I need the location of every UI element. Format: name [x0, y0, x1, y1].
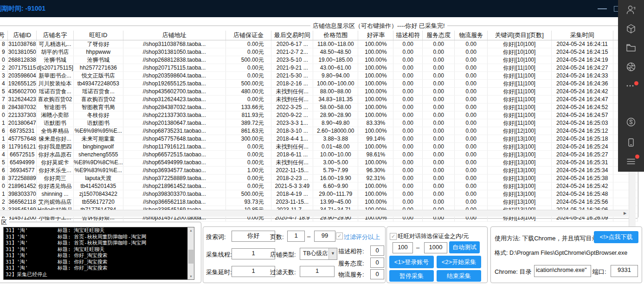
- table-row[interactable]: 2207175115d[s207175115]hh2577271636//sho…: [0, 64, 638, 72]
- table-horizontal-scrollbar[interactable]: ▶: [0, 210, 628, 217]
- user-icon[interactable]: [625, 4, 637, 15]
- wangwang-filter-checkbox[interactable]: ✓: [390, 233, 397, 240]
- wangwang-filter-label[interactable]: 旺旺对话筛选保证金之内/元: [398, 232, 469, 240]
- auto-test-button[interactable]: 自动测试: [449, 241, 480, 253]
- column-header[interactable]: 服务态度: [423, 31, 455, 40]
- table-cell: 7: [0, 96, 8, 103]
- table-cell: 88.00~88.00: [313, 88, 358, 96]
- table-cell: 398303370: [8, 190, 37, 198]
- table-row[interactable]: 8311038768可儿精选礼...了呀你好//shop311038768.ta…: [0, 40, 638, 48]
- table-cell: 全饰界精品: [37, 127, 74, 135]
- page-to-input[interactable]: 99: [314, 231, 335, 242]
- column-header[interactable]: 店铺地址: [123, 31, 225, 40]
- table-cell: 你好|[13|100]: [487, 198, 551, 206]
- shop-type-select[interactable]: TB心级店 ▼: [300, 248, 337, 260]
- filter-score-label[interactable]: 过滤评分以上: [344, 233, 380, 241]
- table-row[interactable]: 1457757648缘来是你好...未来可期童童//shop457757648.…: [0, 135, 638, 143]
- table-cell: 0.00: [455, 48, 487, 56]
- table-row[interactable]: 7312624423喜欢购百货02喜欢购百货02//shop312624423.…: [0, 96, 638, 103]
- aperture-icon[interactable]: [625, 61, 637, 72]
- column-header[interactable]: 店铺ID: [8, 31, 37, 40]
- column-header[interactable]: 关键词[类目][页数]: [487, 31, 551, 40]
- table-row[interactable]: 4192655125川川胶装绘本tb493472248053//shop1926…: [0, 80, 638, 88]
- table-cell: 2024-05-24 16:25:18: [551, 135, 613, 143]
- deposit-min-input[interactable]: 100: [393, 242, 413, 253]
- log-console[interactable]: 31】'淘'标题: 淘宝旺旺聊天31】'淘'标题: 首页-秋秋周董防弹咖啡-淘宝…: [3, 227, 194, 280]
- login-account-button[interactable]: <1>登录账号: [389, 256, 434, 268]
- filter-score-checkbox[interactable]: ✓: [336, 232, 343, 239]
- table-row[interactable]: 8117916121你好我是肥四bingbingwolf//shop117916…: [0, 143, 638, 151]
- column-header[interactable]: 物流服务: [455, 31, 487, 40]
- port-input[interactable]: 9331: [611, 265, 638, 277]
- scroll-down-icon[interactable]: ▼: [188, 273, 194, 279]
- table-row[interactable]: 1398303370shinning ...zj15070843422//sho…: [0, 190, 638, 198]
- thread-input[interactable]: 1: [232, 248, 275, 259]
- minimize-button[interactable]: [598, 8, 607, 9]
- scroll-right-icon[interactable]: ▶: [622, 210, 628, 217]
- table-cell: 0.00: [393, 167, 423, 174]
- table-row[interactable]: 3203598604新華图书企...悦文正版书店//shop203598604.…: [0, 72, 638, 80]
- thread-label: 采集线程:: [206, 251, 232, 259]
- table-cell: 未找到任何...: [271, 143, 313, 151]
- folder-icon[interactable]: [625, 42, 637, 53]
- page-from-input[interactable]: 1: [287, 231, 305, 242]
- desc-score-input[interactable]: 0: [370, 245, 384, 256]
- table-cell: 2018-4-4 1...: [271, 135, 313, 143]
- table-cell: 2.60~18000.00: [313, 127, 358, 135]
- table-cell: 0.00: [423, 167, 455, 174]
- column-header[interactable]: 旺旺ID: [73, 31, 123, 40]
- table-cell: 0.01~48.00: [313, 143, 358, 151]
- table-cell: 100.00%: [358, 64, 393, 72]
- table-row[interactable]: 9301381050胡平的书店hhppwww//shop301381050.ta…: [0, 48, 638, 56]
- table-cell: 0.00: [423, 72, 455, 80]
- table-cell: 0: [0, 56, 8, 64]
- column-header[interactable]: 描述相符: [393, 31, 423, 40]
- table-row[interactable]: 0221337303湘赣小卖部冬枝你好//shop221337303.taoba…: [0, 111, 638, 119]
- cube-icon[interactable]: [625, 23, 637, 34]
- chevron-down-icon[interactable]: ▼: [328, 248, 337, 259]
- table-cell: zj15070843422: [73, 190, 123, 198]
- table-row[interactable]: 466572515你好水晶原石shenzheng5555//shop665725…: [0, 151, 638, 159]
- table-row[interactable]: 0218961452你好遇见饰品tb4145201435//shop218961…: [0, 182, 638, 190]
- console-scrollbar[interactable]: ▲ ▼: [187, 227, 194, 279]
- phone-icon[interactable]: [625, 137, 637, 148]
- search-word-input[interactable]: 你好: [232, 231, 275, 242]
- link-icon[interactable]: [625, 116, 637, 128]
- service-score-input[interactable]: 0: [370, 258, 384, 268]
- deposit-max-input[interactable]: 1000: [424, 242, 447, 253]
- table-cell: 2021-5-30 ...: [271, 72, 313, 80]
- column-header[interactable]: 店铺保证金: [225, 31, 271, 40]
- table-row[interactable]: 8372258889你好周三laputa天渡//shop372258889.ta…: [0, 174, 638, 182]
- start-collect-button[interactable]: <2>开始采集: [437, 256, 481, 268]
- menu-icon[interactable]: [625, 156, 637, 167]
- chrome-path-input[interactable]: ication\chrome.exe": [534, 265, 591, 277]
- scroll-up-icon[interactable]: ▲: [188, 227, 194, 233]
- scrollbar-thumb[interactable]: [188, 250, 193, 264]
- column-header[interactable]: 号: [0, 31, 8, 40]
- logistics-score-input[interactable]: 0: [370, 269, 384, 279]
- table-cell: 2021-9-21 ...: [271, 64, 313, 72]
- table-cell: 0.00: [455, 182, 487, 190]
- format-text: 格式: D:\Program Files\GptChrome\GptBrowse…: [495, 249, 627, 257]
- column-header[interactable]: 最后交易时间: [271, 31, 313, 40]
- table-row[interactable]: 1201380647语默图书语默图书//shop201380647.taoba.…: [0, 119, 638, 127]
- table-row[interactable]: 5435602700瑶诺百货食...瑶诺百货食...//shop43560270…: [0, 88, 638, 96]
- table-cell: laputa天渡: [73, 174, 123, 182]
- filter-days-input[interactable]: 1: [300, 266, 335, 277]
- column-header[interactable]: 店铺名字: [37, 31, 74, 40]
- delay-input[interactable]: 1: [232, 266, 275, 277]
- download-chrome-button[interactable]: <!>点我下载: [594, 231, 638, 243]
- stop-collect-button[interactable]: 结束采集: [437, 270, 481, 282]
- table-cell: 3.88~3.88: [313, 135, 358, 143]
- shop-type-value: TB心级店: [303, 250, 328, 257]
- column-header[interactable]: 采集时间: [551, 31, 613, 40]
- table-row[interactable]: 8284387032智途图书智图教育书局//shop284387032.taob…: [0, 103, 638, 111]
- pause-collect-button[interactable]: 暂停采集: [389, 270, 434, 282]
- column-header[interactable]: 好评率: [358, 31, 393, 40]
- table-row[interactable]: 0268812838沧狮书城沧狮书城//shop268812838.taoba.…: [0, 56, 638, 64]
- column-header[interactable]: 价格范围: [313, 31, 358, 40]
- table-row[interactable]: 636934577你好米乐生...%E9%83%91%E...//shop369…: [0, 167, 638, 174]
- table-row[interactable]: 668735231全饰界精品%E6%98%95%E...//shop687352…: [0, 127, 638, 135]
- table-row[interactable]: 565494999你好莫妮卡%E8%9D%8C%E...//shop654949…: [0, 159, 638, 167]
- table-row[interactable]: 2366562118艾尚妮饰品店tb556172720//shop3665621…: [0, 198, 638, 206]
